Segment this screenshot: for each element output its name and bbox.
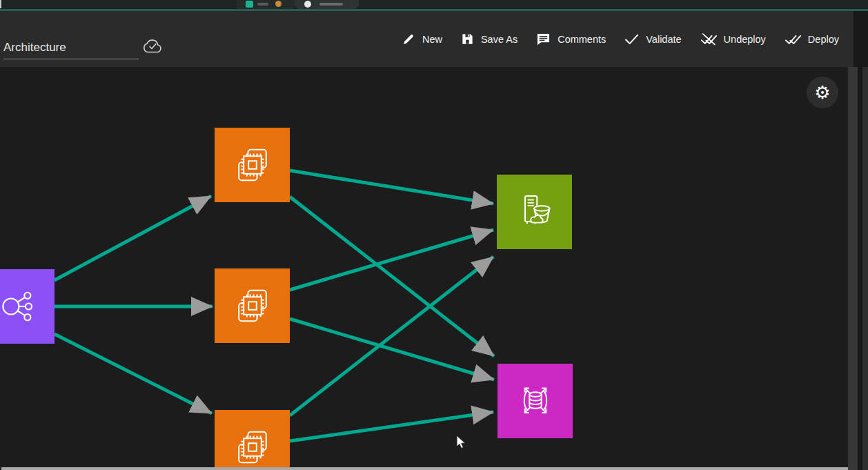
node-compute-3[interactable]: [215, 410, 290, 470]
edges-layer: [0, 67, 848, 470]
tab-title-fragment: [257, 3, 268, 6]
save-as-label: Save As: [481, 34, 517, 45]
node-database[interactable]: [497, 364, 573, 438]
app-header: New Save As Comments Validate: [0, 11, 854, 67]
window-scrollbar[interactable]: [862, 67, 868, 470]
comments-label: Comments: [558, 34, 606, 45]
ec2-instances-icon: [230, 142, 275, 188]
edge-lb-compute3: [55, 334, 212, 413]
browser-tab-2[interactable]: [295, 0, 359, 9]
edge-compute2-database: [290, 319, 494, 380]
new-button[interactable]: New: [402, 32, 442, 46]
double-check-icon: [785, 33, 801, 46]
ec2-instances-icon: [230, 283, 275, 329]
check-icon: [624, 33, 639, 45]
load-balancer-icon: [0, 284, 40, 329]
browser-tab-1[interactable]: [237, 0, 295, 9]
settings-gear-button[interactable]: ⚙: [807, 77, 838, 108]
app-logo-icon: [246, 1, 253, 8]
gear-icon: ⚙: [814, 82, 830, 103]
validate-button[interactable]: Validate: [624, 33, 681, 45]
undeploy-button[interactable]: Undeploy: [700, 32, 766, 46]
database-scale-icon: [513, 378, 558, 424]
edge-compute1-database: [290, 197, 494, 356]
deploy-label: Deploy: [808, 34, 839, 45]
node-load-balancer[interactable]: [0, 269, 55, 344]
validate-label: Validate: [646, 34, 681, 45]
undeploy-icon: [700, 32, 717, 46]
edge-compute1-storage: [290, 170, 493, 204]
comments-icon: [536, 32, 551, 46]
mouse-cursor: [456, 435, 467, 450]
tab-favicon-icon: [304, 1, 311, 8]
window-edge-notch: [0, 0, 1, 8]
tab-favicon-icon: [275, 1, 282, 7]
vertical-scrollbar[interactable]: [848, 67, 858, 470]
comments-button[interactable]: Comments: [536, 32, 606, 46]
ec2-instances-icon: [230, 424, 275, 470]
browser-tab-strip: [0, 0, 868, 9]
node-storage[interactable]: [497, 175, 572, 249]
pencil-icon: [402, 32, 415, 46]
horizontal-scrollbar[interactable]: [1, 467, 848, 470]
node-compute-2[interactable]: [215, 268, 290, 343]
architecture-name-input[interactable]: [3, 36, 139, 59]
save-as-button[interactable]: Save As: [461, 32, 517, 46]
undeploy-label: Undeploy: [724, 34, 766, 45]
cloud-check-icon: [141, 37, 164, 55]
node-compute-1[interactable]: [215, 128, 290, 202]
edge-lb-compute1: [55, 196, 211, 280]
toolbar: New Save As Comments Validate: [402, 32, 839, 46]
new-label: New: [422, 34, 442, 45]
server-bucket-icon: [512, 189, 558, 235]
deploy-button[interactable]: Deploy: [785, 33, 839, 46]
save-icon: [461, 32, 474, 46]
tab-title-fragment: [319, 3, 343, 6]
diagram-canvas[interactable]: ⚙: [0, 67, 848, 470]
